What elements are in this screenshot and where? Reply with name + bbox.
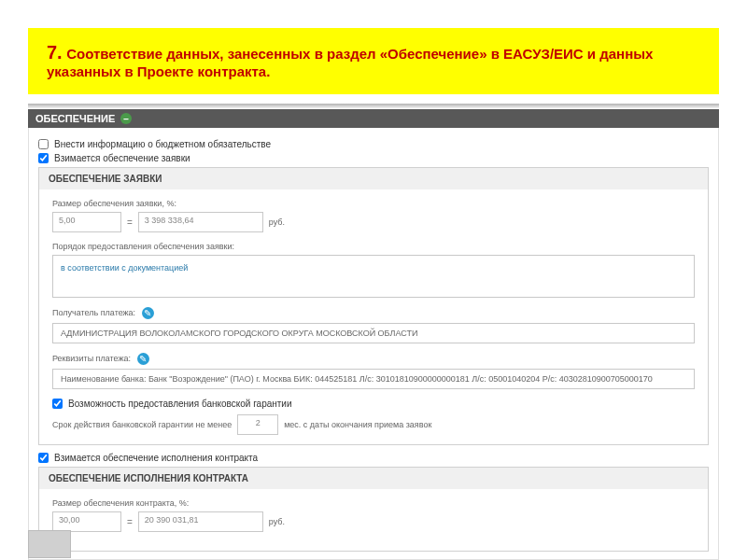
ispolnenie-size-label: Размер обеспечения контракта, %: [52, 498, 695, 508]
checkbox-ispolnenie[interactable] [38, 453, 49, 463]
term-value-input[interactable]: 2 [237, 414, 278, 435]
checkbox-budget-row[interactable]: Внести информацию о бюджетном обязательс… [38, 139, 709, 149]
panel-zayavka-title: ОБЕСПЕЧЕНИЕ ЗАЯВКИ [39, 168, 708, 189]
checkbox-guarantee-label: Возможность предоставления банковской га… [68, 399, 292, 409]
checkbox-ispolnenie-label: Взимается обеспечение исполнения контрак… [54, 453, 258, 463]
section-title: ОБЕСПЕЧЕНИЕ [35, 113, 115, 124]
ispolnenie-percent-input[interactable]: 30,00 [52, 511, 121, 532]
zayavka-size-label: Размер обеспечения заявки, %: [52, 199, 695, 208]
requisites-label: Реквизиты платежа: ✎ [52, 353, 695, 365]
edit-payee-icon[interactable]: ✎ [142, 307, 154, 319]
checkbox-zayavka[interactable] [38, 153, 49, 163]
slide-number: 7. [47, 42, 63, 63]
panel-ispolnenie-title: ОБЕСПЕЧЕНИЕ ИСПОЛНЕНИЯ КОНТРАКТА [39, 468, 708, 489]
collapse-icon[interactable]: − [120, 113, 132, 124]
order-value[interactable]: в соответствии с документацией [52, 255, 695, 298]
ispolnenie-unit: руб. [269, 517, 285, 526]
checkbox-zayavka-label: Взимается обеспечение заявки [54, 153, 190, 163]
order-label: Порядок предоставления обеспечения заявк… [52, 242, 695, 251]
section-header-obespechenie[interactable]: ОБЕСПЕЧЕНИЕ − [28, 109, 719, 128]
payee-label: Получатель платежа: ✎ [52, 307, 695, 319]
equals-sign: = [127, 217, 133, 228]
payee-value[interactable]: АДМИНИСТРАЦИЯ ВОЛОКОЛАМСКОГО ГОРОДСКОГО … [52, 323, 695, 343]
guarantee-term-row: Срок действия банковской гарантии не мен… [52, 414, 695, 435]
equals-sign-2: = [127, 517, 133, 527]
thumbnail-strip [28, 530, 71, 558]
zayavka-percent-input[interactable]: 5,00 [52, 212, 121, 232]
slide-title: 7. Соответствие данных, занесенных в раз… [28, 28, 719, 94]
zayavka-unit: руб. [269, 217, 285, 227]
panel-zayavka: ОБЕСПЕЧЕНИЕ ЗАЯВКИ Размер обеспечения за… [38, 167, 709, 445]
requisites-value[interactable]: Наименование банка: Банк "Возрождение" (… [52, 369, 695, 389]
checkbox-zayavka-row[interactable]: Взимается обеспечение заявки [38, 153, 709, 163]
checkbox-guarantee-row[interactable]: Возможность предоставления банковской га… [52, 399, 695, 409]
checkbox-guarantee[interactable] [52, 399, 63, 409]
zayavka-amount-input[interactable]: 3 398 338,64 [138, 212, 263, 232]
checkbox-ispolnenie-row[interactable]: Взимается обеспечение исполнения контрак… [38, 453, 709, 463]
checkbox-budget[interactable] [38, 139, 49, 149]
panel-ispolnenie: ОБЕСПЕЧЕНИЕ ИСПОЛНЕНИЯ КОНТРАКТА Размер … [38, 467, 709, 552]
term-suffix: мес. с даты окончания приема заявок [284, 420, 431, 429]
edit-requisites-icon[interactable]: ✎ [137, 353, 149, 365]
term-prefix: Срок действия банковской гарантии не мен… [52, 420, 232, 429]
slide-title-text: Соответствие данных, занесенных в раздел… [47, 46, 653, 79]
ispolnenie-amount-input[interactable]: 20 390 031,81 [138, 511, 263, 532]
section-body: Внести информацию о бюджетном обязательс… [28, 128, 719, 560]
form-content: ОБЕСПЕЧЕНИЕ − Внести информацию о бюджет… [28, 104, 719, 560]
checkbox-budget-label: Внести информацию о бюджетном обязательс… [54, 139, 271, 149]
